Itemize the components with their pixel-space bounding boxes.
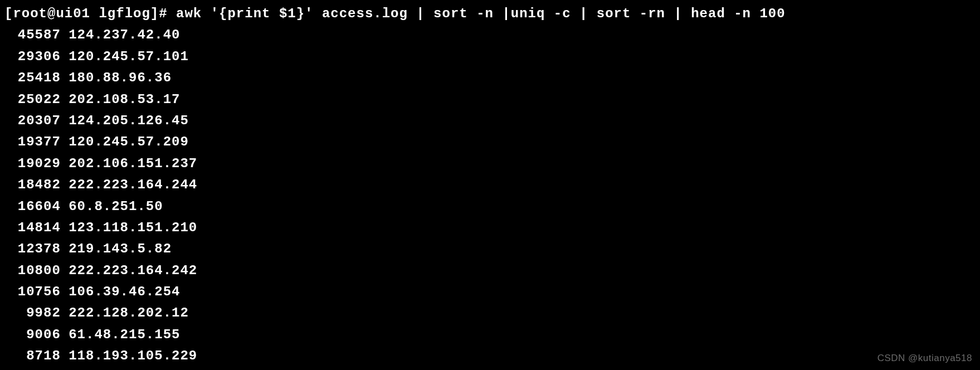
ip-address: 219.143.5.82: [61, 241, 172, 256]
request-count: 19377: [4, 132, 61, 153]
output-row: 900661.48.215.155: [4, 324, 976, 345]
ip-address: 202.108.53.17: [61, 92, 181, 107]
output-row: 19377120.245.57.209: [4, 132, 976, 153]
output-row: 25022202.108.53.17: [4, 89, 976, 110]
shell-prompt: [root@ui01 lgflog]#: [4, 6, 176, 21]
output-row: 10800222.223.164.242: [4, 260, 976, 281]
output-row: 29306120.245.57.101: [4, 46, 976, 67]
request-count: 10756: [4, 281, 61, 303]
ip-address: 60.8.251.50: [61, 199, 163, 214]
request-count: 45587: [4, 25, 61, 46]
ip-address: 118.193.105.229: [61, 348, 197, 363]
ip-address: 202.106.151.237: [61, 156, 197, 171]
request-count: 29306: [4, 46, 61, 67]
output-row: 14814123.118.151.210: [4, 217, 976, 238]
ip-address: 180.88.96.36: [61, 70, 172, 85]
request-count: 25022: [4, 89, 61, 110]
output-row: 1660460.8.251.50: [4, 196, 976, 217]
ip-address: 120.245.57.209: [61, 134, 189, 149]
request-count: 9006: [4, 324, 61, 345]
request-count: 16604: [4, 196, 61, 217]
output-row: 20307124.205.126.45: [4, 110, 976, 132]
output-row: 12378219.143.5.82: [4, 238, 976, 260]
request-count: 25418: [4, 67, 61, 89]
output-row: 19029202.106.151.237: [4, 153, 976, 174]
output-row: 8718118.193.105.229: [4, 345, 976, 367]
request-count: 14814: [4, 217, 61, 238]
terminal-output: 45587124.237.42.4029306120.245.57.101254…: [4, 25, 976, 367]
ip-address: 106.39.46.254: [61, 284, 181, 299]
request-count: 9982: [4, 303, 61, 324]
request-count: 20307: [4, 110, 61, 132]
watermark-text: CSDN @kutianya518: [877, 350, 972, 366]
ip-address: 124.205.126.45: [61, 113, 189, 128]
command-line[interactable]: [root@ui01 lgflog]# awk '{print $1}' acc…: [4, 3, 976, 25]
ip-address: 123.118.151.210: [61, 220, 197, 235]
request-count: 12378: [4, 238, 61, 260]
output-row: 45587124.237.42.40: [4, 25, 976, 46]
request-count: 10800: [4, 260, 61, 281]
request-count: 19029: [4, 153, 61, 174]
ip-address: 124.237.42.40: [61, 27, 181, 42]
shell-command: awk '{print $1}' access.log | sort -n |u…: [176, 6, 786, 21]
ip-address: 222.223.164.244: [61, 177, 197, 192]
output-row: 9982222.128.202.12: [4, 303, 976, 324]
request-count: 8718: [4, 345, 61, 367]
ip-address: 222.223.164.242: [61, 263, 197, 278]
output-row: 10756106.39.46.254: [4, 281, 976, 303]
ip-address: 222.128.202.12: [61, 305, 189, 320]
ip-address: 120.245.57.101: [61, 49, 189, 64]
ip-address: 61.48.215.155: [61, 327, 181, 342]
request-count: 18482: [4, 174, 61, 196]
output-row: 18482222.223.164.244: [4, 174, 976, 196]
output-row: 25418180.88.96.36: [4, 67, 976, 89]
